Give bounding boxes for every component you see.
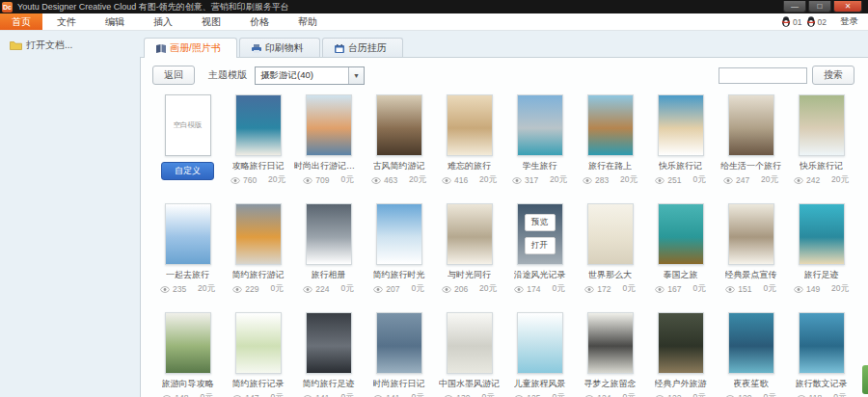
template-card[interactable]: 经典景点宣传 151 0元 (716, 203, 786, 295)
template-thumbnail[interactable] (306, 94, 352, 156)
template-card[interactable]: 快乐旅行记 251 0元 (645, 94, 716, 186)
tab-calendars[interactable]: 台历挂历 (322, 38, 403, 58)
template-thumbnail[interactable] (165, 203, 211, 265)
menu-item-edit[interactable]: 编辑 (91, 13, 139, 30)
price-label: 0元 (552, 392, 564, 397)
template-thumbnail[interactable] (658, 94, 704, 156)
template-thumbnail[interactable] (587, 203, 634, 265)
template-card[interactable]: 寻梦之旅留念 124 0元 (575, 312, 645, 397)
template-thumbnail[interactable] (517, 94, 563, 156)
minimize-button[interactable]: — (783, 1, 806, 13)
template-thumbnail[interactable] (447, 94, 493, 156)
template-thumbnail[interactable] (728, 312, 774, 374)
template-card[interactable]: 泰国之旅 167 0元 (645, 203, 716, 295)
template-card[interactable]: 给生活一个旅行 247 20元 (716, 94, 786, 186)
qq-number-1: 01 (793, 17, 801, 27)
template-thumbnail[interactable] (376, 94, 422, 156)
title-bar: Dc Youtu Designer Creative Cloud 有图-领先的创… (0, 0, 868, 13)
menu-item-file[interactable]: 文件 (42, 13, 91, 30)
template-card[interactable]: 简约旅行时光 207 0元 (364, 203, 434, 295)
menu-item-insert[interactable]: 插入 (139, 13, 187, 30)
views-eye-icon (655, 177, 665, 184)
template-card[interactable]: 旅游向导攻略 148 0元 (152, 312, 223, 397)
menu-item-view[interactable]: 视图 (187, 13, 235, 30)
template-thumbnail[interactable] (235, 203, 282, 265)
template-card[interactable]: 简约旅行足迹 141 0元 (293, 312, 364, 397)
template-thumbnail[interactable] (799, 94, 845, 156)
template-card[interactable]: 预览 打开 沿途风光记录 174 0元 (504, 203, 575, 295)
customize-button[interactable]: 自定义 (161, 162, 214, 180)
template-card[interactable]: 简约旅行游记 229 0元 (223, 203, 293, 295)
template-thumbnail[interactable] (587, 94, 634, 156)
blank-template-thumbnail[interactable]: 空白模版 (165, 94, 211, 156)
folder-icon (10, 40, 22, 50)
template-thumbnail[interactable]: 预览 打开 (517, 203, 563, 265)
template-card[interactable]: 世界那么大 172 0元 (575, 203, 645, 295)
template-card[interactable]: 快乐旅行记 242 20元 (786, 94, 856, 186)
template-title: 一起去旅行 (166, 269, 209, 281)
open-document-button[interactable]: 打开文档... (10, 39, 140, 52)
menu-item-home[interactable]: 首页 (0, 13, 42, 30)
template-card[interactable]: 经典户外旅游 122 0元 (645, 312, 716, 397)
preview-button[interactable]: 预览 (525, 214, 556, 231)
theme-dropdown[interactable]: 摄影游记(40) ▼ (255, 66, 365, 85)
template-card[interactable]: 难忘的旅行 416 20元 (434, 94, 504, 186)
template-stats: 283 20元 (583, 174, 637, 186)
chevron-down-icon[interactable]: ▼ (348, 67, 364, 84)
template-thumbnail[interactable] (376, 203, 422, 265)
back-button[interactable]: 返回 (152, 66, 195, 85)
login-link[interactable]: 登录 (840, 15, 858, 28)
template-thumbnail[interactable] (306, 312, 352, 374)
search-input[interactable] (719, 67, 807, 84)
template-card[interactable]: 一起去旅行 235 20元 (152, 203, 223, 295)
menu-item-price[interactable]: 价格 (235, 13, 284, 30)
template-card[interactable]: 时尚出行游记风景 709 0元 (293, 94, 364, 186)
template-thumbnail[interactable] (587, 312, 634, 374)
template-thumbnail[interactable] (799, 312, 845, 374)
search-button[interactable]: 搜索 (812, 66, 854, 85)
template-card[interactable]: 旅行相册 224 0元 (293, 203, 364, 295)
template-title: 学生旅行 (523, 160, 557, 172)
tab-album-photobook[interactable]: 画册/照片书 (144, 38, 237, 58)
template-thumbnail[interactable] (799, 203, 845, 265)
template-thumbnail[interactable] (728, 94, 774, 156)
blank-template-card[interactable]: 空白模版 自定义 (152, 94, 223, 186)
views-eye-icon (723, 177, 733, 184)
template-card[interactable]: 旅行足迹 149 20元 (786, 203, 856, 295)
template-thumbnail[interactable] (517, 312, 563, 374)
template-card[interactable]: 与时光同行 206 20元 (434, 203, 504, 295)
template-card[interactable]: 夜夜笙歌 120 0元 (716, 312, 786, 397)
template-thumbnail[interactable] (728, 203, 774, 265)
template-thumbnail[interactable] (235, 94, 282, 156)
template-card[interactable]: 古风简约游记 463 20元 (364, 94, 434, 186)
views-eye-icon (442, 177, 451, 184)
maximize-button[interactable]: □ (808, 1, 831, 13)
tab-print-materials[interactable]: 印刷物料 (239, 38, 320, 58)
close-button[interactable]: ✕ (833, 1, 862, 13)
template-card[interactable]: 攻略旅行日记 760 20元 (223, 94, 293, 186)
template-thumbnail[interactable] (376, 312, 422, 374)
template-thumbnail[interactable] (165, 312, 211, 374)
qq-account-2[interactable]: 02 (806, 16, 827, 27)
menu-item-help[interactable]: 帮助 (284, 13, 332, 30)
template-card[interactable]: 中国水墨风游记 130 0元 (434, 312, 504, 397)
template-thumbnail[interactable] (306, 203, 352, 265)
open-button[interactable]: 打开 (525, 237, 556, 254)
price-label: 20元 (550, 174, 567, 186)
template-card[interactable]: 旅行散文记录 118 0元 (786, 312, 856, 397)
price-label: 0元 (692, 392, 705, 397)
template-thumbnail[interactable] (658, 203, 704, 265)
template-card[interactable]: 儿童旅程风景 125 0元 (504, 312, 575, 397)
qq-account-1[interactable]: 01 (781, 16, 801, 27)
template-card[interactable]: 旅行在路上 283 20元 (575, 94, 645, 186)
template-thumbnail[interactable] (235, 312, 282, 374)
template-card[interactable]: 学生旅行 317 20元 (504, 94, 575, 186)
views-eye-icon (794, 177, 803, 184)
side-helper-widget[interactable] (862, 365, 868, 394)
template-title: 旅游向导攻略 (162, 378, 214, 390)
template-thumbnail[interactable] (447, 312, 493, 374)
template-card[interactable]: 时尚旅行日记 141 0元 (364, 312, 434, 397)
template-card[interactable]: 简约旅行记录 147 0元 (223, 312, 293, 397)
template-thumbnail[interactable] (447, 203, 493, 265)
template-thumbnail[interactable] (658, 312, 704, 374)
